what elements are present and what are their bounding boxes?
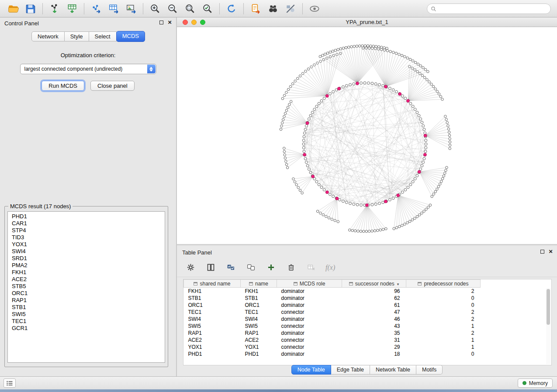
table-settings-button[interactable] [185, 262, 196, 273]
close-window-button[interactable] [183, 20, 188, 25]
mcds-result-item[interactable]: CAR1 [8, 220, 165, 227]
binoculars-button[interactable] [264, 2, 282, 16]
delete-column-button[interactable] [285, 262, 297, 273]
column-attr-icon [249, 282, 253, 285]
search-icon [431, 6, 436, 12]
column-header-name[interactable]: name [241, 280, 277, 288]
add-column-button[interactable] [265, 262, 277, 273]
float-table-panel-button[interactable] [540, 250, 544, 254]
mcds-result-item[interactable]: ACE2 [8, 276, 165, 283]
refresh-icon [226, 3, 237, 14]
table-cell: connector [277, 337, 342, 344]
tab-network-table[interactable]: Network Table [370, 365, 416, 375]
table-panel-title: Table Panel [182, 249, 212, 256]
column-header-shared-name[interactable]: shared name [184, 280, 241, 288]
export-table-button[interactable] [105, 2, 122, 16]
tab-edge-table[interactable]: Edge Table [331, 365, 370, 375]
table-row[interactable]: PHD1PHD1dominator180 [184, 351, 481, 358]
tab-select[interactable]: Select [89, 31, 117, 41]
import-table-file-button[interactable] [63, 2, 81, 16]
erase-table-icon [307, 263, 316, 272]
table-row[interactable]: STB1STB1dominator620 [184, 295, 481, 302]
hide-annotations-button[interactable] [282, 2, 299, 16]
import-network-file-button[interactable] [46, 2, 63, 16]
zoom-fit-button[interactable] [181, 2, 199, 16]
zoom-out-button[interactable] [164, 2, 181, 16]
zoom-in-button[interactable] [146, 2, 164, 16]
mcds-result-item[interactable]: STB5 [8, 283, 165, 290]
table-row[interactable]: YOX1YOX1connector291 [184, 344, 481, 351]
table-cell: YOX1 [184, 344, 241, 351]
mcds-result-item[interactable]: TID3 [8, 234, 165, 241]
column-header-mcds-role[interactable]: MCDS role [277, 280, 342, 288]
column-header-predecessor-nodes[interactable]: predecessor nodes [406, 280, 481, 288]
eye-button[interactable] [306, 2, 323, 16]
main-toolbar [0, 0, 557, 17]
clear-function-button[interactable] [305, 262, 317, 273]
table-scrollbar[interactable] [546, 288, 551, 364]
column-label: predecessor nodes [424, 281, 468, 287]
tab-mcds[interactable]: MCDS [116, 31, 145, 42]
mcds-result-item[interactable]: SWI4 [8, 248, 165, 255]
mcds-result-item[interactable]: ORC1 [8, 290, 165, 297]
table-row[interactable]: ORC1ORC1dominator610 [184, 302, 481, 309]
deselect-all-icon [246, 263, 256, 272]
zoom-selected-button[interactable] [199, 2, 216, 16]
export-image-button[interactable] [122, 2, 140, 16]
table-row[interactable]: SWI5SWI5connector431 [184, 323, 481, 330]
tab-node-table[interactable]: Node Table [291, 365, 331, 375]
memory-button[interactable]: Memory [518, 378, 553, 388]
close-table-panel-button[interactable]: × [549, 249, 553, 254]
close-panel-action-button[interactable]: Close panel [90, 81, 135, 91]
table-row[interactable]: TEC1TEC1connector472 [184, 309, 481, 316]
export-network-button[interactable] [87, 2, 105, 16]
table-row[interactable]: RAP1RAP1dominator352 [184, 330, 481, 337]
import-network-icon [49, 3, 60, 14]
tab-network[interactable]: Network [31, 31, 65, 41]
mcds-result-item[interactable]: STB1 [8, 304, 165, 311]
open-session-button[interactable] [4, 2, 22, 16]
mcds-result-item[interactable]: TEC1 [8, 318, 165, 325]
gear-icon [186, 263, 195, 272]
mcds-result-item[interactable]: FKH1 [8, 269, 165, 276]
table-cell: TEC1 [241, 309, 277, 316]
search-input[interactable] [439, 6, 547, 12]
mcds-result-item[interactable]: YOX1 [8, 241, 165, 248]
chevron-down-icon[interactable]: ▾ [397, 282, 399, 286]
minimize-window-button[interactable] [191, 20, 197, 25]
tab-style[interactable]: Style [65, 31, 89, 41]
table-cell: dominator [277, 316, 342, 323]
mcds-result-item[interactable]: SWI5 [8, 311, 165, 318]
document-share-button[interactable] [247, 2, 264, 16]
zoom-selected-icon [202, 3, 213, 14]
table-cell: 61 [342, 302, 406, 309]
run-mcds-button[interactable]: Run MCDS [42, 81, 84, 91]
table-row[interactable]: FKH1FKH1dominator962 [184, 288, 481, 295]
criterion-select[interactable]: largest connected component (undirected) [20, 64, 156, 74]
float-panel-button[interactable] [159, 21, 163, 24]
select-all-rows-button[interactable] [225, 262, 236, 273]
zoom-window-button[interactable] [200, 20, 205, 25]
network-canvas[interactable] [177, 27, 557, 245]
mcds-result-item[interactable]: PMA2 [8, 262, 165, 269]
function-builder-button[interactable]: f(x) [325, 264, 335, 272]
toolbar-separator [84, 3, 84, 14]
right-pane: YPA_prune.txt_1 Table Panel × [177, 17, 557, 376]
save-session-button[interactable] [22, 2, 39, 16]
panel-menu-button[interactable] [3, 378, 16, 388]
deselect-all-rows-button[interactable] [245, 262, 256, 273]
mcds-result-item[interactable]: RAP1 [8, 297, 165, 304]
scrollbar-thumb[interactable] [547, 289, 550, 325]
close-panel-button[interactable]: × [168, 20, 172, 25]
column-header-successor-nodes[interactable]: successor nodes▾ [342, 280, 406, 288]
tab-motifs[interactable]: Motifs [416, 365, 443, 375]
mcds-result-item[interactable]: SRD1 [8, 255, 165, 262]
table-row[interactable]: SWI4SWI4dominator462 [184, 316, 481, 323]
mcds-result-item[interactable]: GCR1 [8, 325, 165, 332]
mcds-result-item[interactable]: PHD1 [8, 213, 165, 220]
table-row[interactable]: ACE2ACE2connector311 [184, 337, 481, 344]
show-columns-button[interactable] [205, 262, 216, 273]
toolbar-separator [219, 3, 220, 14]
mcds-result-item[interactable]: STP4 [8, 227, 165, 234]
refresh-network-button[interactable] [223, 2, 240, 16]
